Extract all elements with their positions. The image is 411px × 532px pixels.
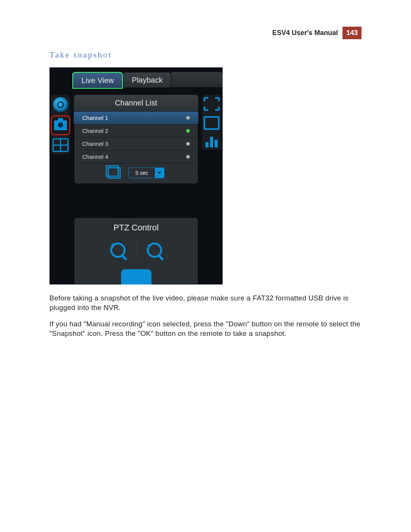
embedded-screenshot: Live View Playback Channel List Channel … [49,67,223,284]
left-toolbar [51,95,70,154]
section-heading: Take snapshot [49,50,362,60]
dwell-time-select[interactable]: 5 sec [128,168,164,178]
tab-spacer [171,72,223,87]
ptz-title: PTZ Control [74,217,198,240]
channel-row[interactable]: Channel 4 [74,150,198,163]
channel-row[interactable]: Channel 1 [74,111,198,124]
dwell-icon[interactable] [108,167,121,179]
ptz-zoom-controls: + − [74,240,198,260]
status-dot-icon [186,116,190,120]
dwell-value: 5 sec [129,170,155,176]
channel-label: Channel 3 [82,141,108,147]
minus-sign: − [147,241,152,249]
tab-playback[interactable]: Playback [123,72,171,88]
snapshot-icon-highlight[interactable] [51,115,70,135]
single-view-icon[interactable] [204,116,220,130]
instruction-paragraph: If you had "Manual recording" icon selec… [49,320,362,339]
channel-row[interactable]: Channel 3 [74,137,198,150]
status-dot-icon [186,129,190,133]
vertical-separator [136,240,136,260]
view-tabs: Live View Playback [72,72,223,89]
channel-list-title: Channel List [74,95,198,111]
ptz-dpad-partial[interactable] [121,269,151,284]
tab-live-view[interactable]: Live View [72,72,123,89]
page-header: ESV4 User's Manual 143 [49,27,362,39]
channel-label: Channel 1 [82,115,108,121]
status-dot-icon [186,142,190,146]
stats-icon[interactable] [206,135,218,147]
manual-page: ESV4 User's Manual 143 Take snapshot Liv… [0,0,411,369]
fullscreen-icon[interactable] [204,97,220,111]
ptz-panel: PTZ Control + − [74,217,198,284]
manual-title: ESV4 User's Manual [272,29,338,37]
channel-list-panel: Channel List Channel 1 Channel 2 Channel… [74,95,198,184]
dwell-controls: 5 sec [74,163,198,184]
plus-sign: + [111,241,116,249]
channel-label: Channel 2 [82,128,108,134]
camera-icon [54,120,67,130]
status-dot-icon [186,155,190,159]
right-toolbar [202,95,221,150]
instruction-paragraph: Before taking a snapshot of the live vid… [49,294,362,313]
page-number: 143 [342,27,362,39]
channel-row[interactable]: Channel 2 [74,124,198,137]
record-icon[interactable] [53,97,68,112]
chevron-down-icon[interactable] [155,168,164,178]
zoom-out-button[interactable]: − [144,240,165,260]
multiview-icon[interactable] [53,138,68,152]
zoom-in-button[interactable]: + [107,240,128,260]
channel-label: Channel 4 [82,153,108,160]
